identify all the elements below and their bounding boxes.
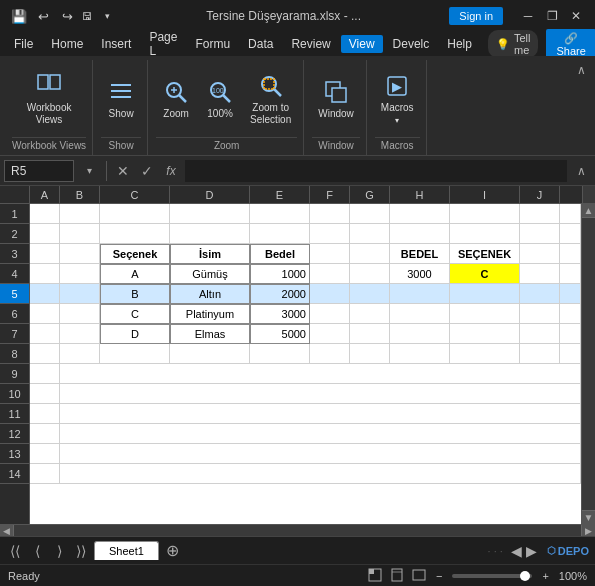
undo-button[interactable]: ↩ — [32, 5, 54, 27]
cell-extra-r2[interactable] — [560, 224, 581, 244]
col-header-e[interactable]: E — [250, 186, 310, 203]
tab-scroll-right-button[interactable]: ▶ — [526, 543, 537, 559]
cell-rest-r12[interactable] — [60, 424, 581, 444]
cell-i5[interactable] — [450, 284, 520, 304]
cell-j5[interactable] — [520, 284, 560, 304]
cell-e3[interactable]: Bedel — [250, 244, 310, 264]
cell-i6[interactable] — [450, 304, 520, 324]
col-header-f[interactable]: F — [310, 186, 350, 203]
zoom-slider[interactable] — [452, 574, 532, 578]
cell-extra-r3[interactable] — [560, 244, 581, 264]
cell-b3[interactable] — [60, 244, 100, 264]
cell-a12[interactable] — [30, 424, 60, 444]
cell-rest-r14[interactable] — [60, 464, 581, 484]
vertical-scrollbar[interactable]: ▲ ▼ — [581, 204, 595, 524]
cell-d1[interactable] — [170, 204, 250, 224]
row-header-6[interactable]: 6 — [0, 304, 29, 324]
restore-button[interactable]: ❐ — [541, 5, 563, 27]
expand-name-box-button[interactable]: ▾ — [78, 160, 100, 182]
menu-insert[interactable]: Insert — [93, 35, 139, 53]
cell-j7[interactable] — [520, 324, 560, 344]
row-header-12[interactable]: 12 — [0, 424, 29, 444]
cell-b2[interactable] — [60, 224, 100, 244]
cell-i3[interactable]: SEÇENEK — [450, 244, 520, 264]
menu-home[interactable]: Home — [43, 35, 91, 53]
tell-me-box[interactable]: 💡 Tell me — [488, 30, 539, 58]
menu-formulas[interactable]: Formu — [187, 35, 238, 53]
cell-a4[interactable] — [30, 264, 60, 284]
col-header-i[interactable]: I — [450, 186, 520, 203]
cell-f7[interactable] — [310, 324, 350, 344]
cell-i7[interactable] — [450, 324, 520, 344]
menu-view[interactable]: View — [341, 35, 383, 53]
cell-c5[interactable]: B — [100, 284, 170, 304]
cell-f6[interactable] — [310, 304, 350, 324]
minimize-button[interactable]: ─ — [517, 5, 539, 27]
cell-a10[interactable] — [30, 384, 60, 404]
row-header-3[interactable]: 3 — [0, 244, 29, 264]
cell-h1[interactable] — [390, 204, 450, 224]
row-header-4[interactable]: 4 — [0, 264, 29, 284]
col-header-d[interactable]: D — [170, 186, 250, 203]
cell-j3[interactable] — [520, 244, 560, 264]
row-header-8[interactable]: 8 — [0, 344, 29, 364]
scroll-down-button[interactable]: ▼ — [582, 510, 595, 524]
horizontal-scrollbar[interactable]: ◀ ▶ — [0, 524, 595, 536]
cell-c7[interactable]: D — [100, 324, 170, 344]
sheet-tab-sheet1[interactable]: Sheet1 — [94, 541, 159, 560]
cell-extra-r1[interactable] — [560, 204, 581, 224]
cell-g5[interactable] — [350, 284, 390, 304]
cell-extra-r7[interactable] — [560, 324, 581, 344]
cell-e8[interactable] — [250, 344, 310, 364]
cell-rest-r13[interactable] — [60, 444, 581, 464]
qat-dropdown-button[interactable]: ▾ — [96, 5, 118, 27]
row-header-2[interactable]: 2 — [0, 224, 29, 244]
zoom-100-button[interactable]: 100 100% — [200, 74, 240, 124]
cell-b6[interactable] — [60, 304, 100, 324]
row-header-5[interactable]: 5 — [0, 284, 29, 304]
cell-j8[interactable] — [520, 344, 560, 364]
row-header-9[interactable]: 9 — [0, 364, 29, 384]
zoom-to-selection-button[interactable]: Zoom toSelection — [244, 68, 297, 130]
cell-f2[interactable] — [310, 224, 350, 244]
row-header-11[interactable]: 11 — [0, 404, 29, 424]
tab-nav-left[interactable]: ⟨ — [28, 542, 46, 560]
formula-input[interactable] — [185, 160, 567, 182]
cell-e4[interactable]: 1000 — [250, 264, 310, 284]
cell-i8[interactable] — [450, 344, 520, 364]
cell-f3[interactable] — [310, 244, 350, 264]
cell-c4[interactable]: A — [100, 264, 170, 284]
add-sheet-button[interactable]: ⊕ — [163, 541, 183, 561]
confirm-formula-button[interactable]: ✓ — [137, 160, 157, 182]
cell-b7[interactable] — [60, 324, 100, 344]
cell-rest-r10[interactable] — [60, 384, 581, 404]
cell-c1[interactable] — [100, 204, 170, 224]
cell-i1[interactable] — [450, 204, 520, 224]
menu-review[interactable]: Review — [283, 35, 338, 53]
cell-h4[interactable]: 3000 — [390, 264, 450, 284]
menu-data[interactable]: Data — [240, 35, 281, 53]
cell-c8[interactable] — [100, 344, 170, 364]
cell-a2[interactable] — [30, 224, 60, 244]
cell-reference-box[interactable] — [4, 160, 74, 182]
cell-d3[interactable]: İsim — [170, 244, 250, 264]
insert-function-button[interactable]: fx — [161, 160, 181, 182]
cell-g4[interactable] — [350, 264, 390, 284]
close-button[interactable]: ✕ — [565, 5, 587, 27]
zoom-minus-button[interactable]: − — [436, 570, 442, 582]
cell-extra-r8[interactable] — [560, 344, 581, 364]
row-header-10[interactable]: 10 — [0, 384, 29, 404]
scroll-up-button[interactable]: ▲ — [582, 204, 595, 218]
formula-bar-collapse-button[interactable]: ∧ — [571, 161, 591, 181]
macros-button[interactable]: ▶ Macros ▾ — [375, 68, 420, 129]
zoom-plus-button[interactable]: + — [542, 570, 548, 582]
col-header-h[interactable]: H — [390, 186, 450, 203]
cell-h3[interactable]: BEDEL — [390, 244, 450, 264]
cell-a6[interactable] — [30, 304, 60, 324]
status-view-normal[interactable] — [368, 568, 382, 584]
col-header-a[interactable]: A — [30, 186, 60, 203]
cell-g6[interactable] — [350, 304, 390, 324]
cell-rest-r11[interactable] — [60, 404, 581, 424]
cell-h6[interactable] — [390, 304, 450, 324]
col-header-j[interactable]: J — [520, 186, 560, 203]
